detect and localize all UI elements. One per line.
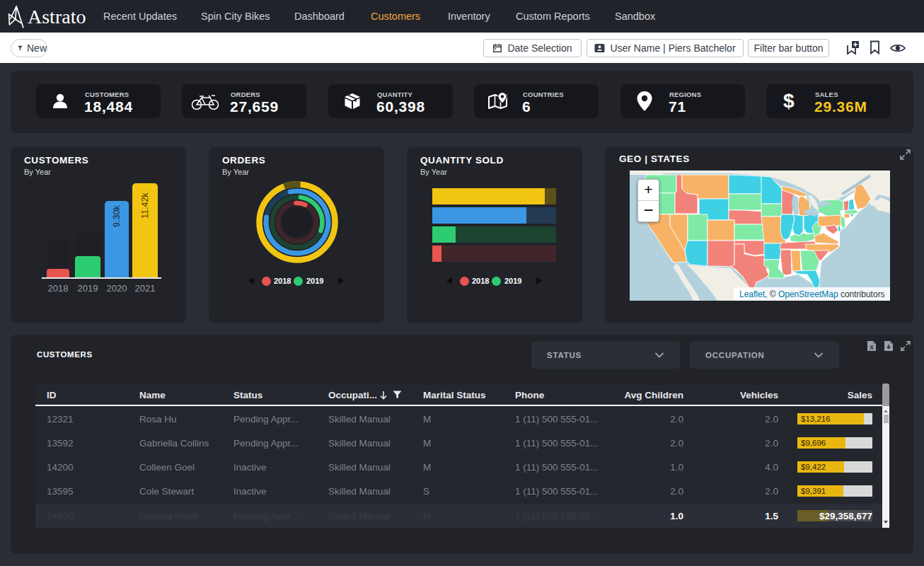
svg-text:Leaflet, © OpenStreetMap contr: Leaflet, © OpenStreetMap contributors bbox=[739, 289, 885, 299]
svg-text:11.42k: 11.42k bbox=[140, 192, 150, 219]
svg-text:X: X bbox=[870, 344, 874, 351]
svg-text:9.30k: 9.30k bbox=[112, 205, 122, 227]
